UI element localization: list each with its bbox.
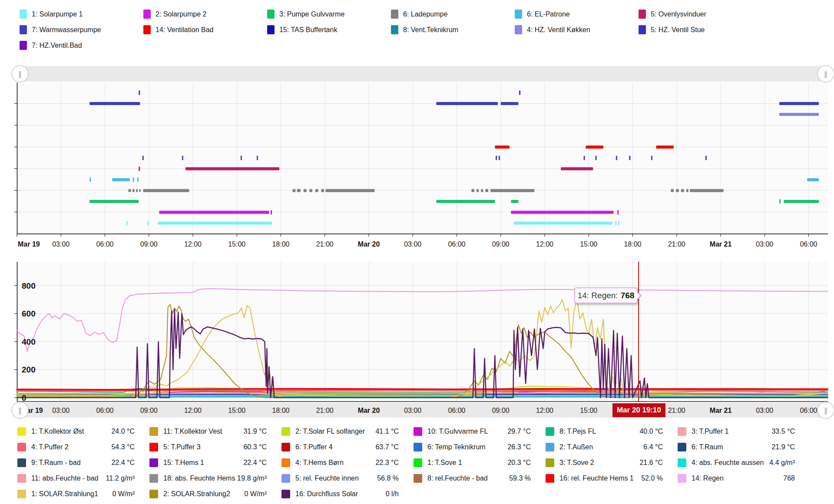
t-puffer-3-swatch <box>149 443 158 451</box>
timeline-plot[interactable]: Mar 1903:0006:0009:0012:0015:0018:0021:0… <box>0 65 834 256</box>
legend-label: 15: T.Hems 1 <box>163 458 204 467</box>
legend-value: 26.3 °C <box>507 443 531 451</box>
legend-item-temp-teknikrum[interactable]: 6: Temp Teknikrum26.3 °C <box>414 443 531 451</box>
legend-item-regen[interactable]: 14: Regen768 <box>678 474 795 483</box>
navigator-handle-right[interactable]: ∥ <box>817 66 834 82</box>
solarpumpe-1-swatch <box>20 10 27 19</box>
t-sove-1-swatch <box>414 458 422 467</box>
axis-label: 21:00 <box>316 240 334 248</box>
legend-item-t-kollektor-ost[interactable]: 1: T.Kollektor Øst24.0 °C <box>17 427 135 436</box>
legend-item-t-gulvvarme-fl[interactable]: 10: T.Gulvvarme FL29.7 °C <box>414 427 531 436</box>
t-puffer-1-swatch <box>678 427 686 436</box>
legend-item-abs-feuchte-aussen[interactable]: 4: abs. Feuchte aussen4.4 g/m³ <box>678 458 795 467</box>
legend-item-t-solar-fl-solfanger[interactable]: 2: T.Solar FL solfanger41.1 °C <box>281 427 399 436</box>
legend-label: 2: SOLAR.Strahlung2 <box>163 490 230 498</box>
solar-strahlung-2-swatch <box>149 490 158 498</box>
legend-item-t-hems-born[interactable]: 4: T.Hems Børn22.3 °C <box>281 458 399 467</box>
line-navigator[interactable] <box>17 403 828 418</box>
legend-value: 11.2 g/m³ <box>106 474 135 483</box>
legend-value: 6.4 °C <box>643 443 663 451</box>
navigator-handle-left[interactable]: ∥ <box>12 402 28 418</box>
legend-value: 41.1 °C <box>375 427 399 436</box>
legend-item-t-pejs-fl[interactable]: 8: T.Pejs FL40.0 °C <box>546 427 663 436</box>
legend-item-abs-feuchte-bad[interactable]: 11: abs.Feuchte - bad11.2 g/m³ <box>17 474 135 483</box>
legend-value: 0 W/m² <box>244 490 267 498</box>
legend-item-t-puffer-3[interactable]: 5: T.Puffer 360.3 °C <box>149 443 267 451</box>
legend-value: 768 <box>783 474 795 483</box>
temp-teknikrum-swatch <box>414 443 422 451</box>
legend-value: 40.0 °C <box>639 427 663 436</box>
svg-text:∥: ∥ <box>18 407 22 415</box>
legend-item-durchfluss-solar[interactable]: 16: Durchfluss Solar0 l/h <box>281 490 399 498</box>
axis-label: 09:00 <box>492 240 510 248</box>
monitoring-dashboard: 1: Solarpumpe 12: Solarpumpe 23: Pumpe G… <box>0 0 834 504</box>
axis-label: 06:00 <box>800 240 817 248</box>
legend-item-rel-feuchte-innen[interactable]: 5: rel. Feuchte innen56.8 % <box>281 474 399 483</box>
legend-label: 6: Ladepumpe <box>403 10 447 19</box>
legend-item-t-puffer-2[interactable]: 4: T.Puffer 254.3 °C <box>17 443 135 451</box>
hz-ventil-stue-swatch <box>639 25 646 34</box>
tooltip: 14: Regen: 768 <box>574 287 638 303</box>
axis-label: Mar 20 <box>358 240 380 248</box>
legend-label: 2: Solarpumpe 2 <box>156 10 206 19</box>
svg-text:∥: ∥ <box>824 407 827 415</box>
legend-label: 8: rel.Feuchte - bad <box>427 474 488 483</box>
navigator-handle-left[interactable]: ∥ <box>12 66 28 82</box>
legend-item-t-raum[interactable]: 6: T.Raum21.9 °C <box>678 443 795 451</box>
legend-item-abs-feuchte-hems-1[interactable]: 18: abs. Feuchte Hems 19.8 g/m³ <box>149 474 267 483</box>
legend-value: 0 l/h <box>386 490 399 498</box>
hz-ventil-kokken-swatch <box>515 25 522 34</box>
axis-label: 09:00 <box>140 407 158 414</box>
legend-label: 14: Ventilation Bad <box>156 25 213 34</box>
axis-label: 03:00 <box>404 407 421 414</box>
legend-label: 18: abs. Feuchte Hems 1 <box>163 474 241 483</box>
legend-item-t-puffer-4[interactable]: 6: T.Puffer 463.7 °C <box>281 443 399 451</box>
legend-label: 4: abs. Feuchte aussen <box>692 458 764 467</box>
rel-feuchte-hems-1-swatch <box>546 474 554 483</box>
axis-label: 12:00 <box>184 240 202 248</box>
timeline-navigator[interactable] <box>17 66 828 82</box>
axis-label: Mar 19 <box>18 240 40 248</box>
legend-value: 22.3 °C <box>375 458 399 467</box>
axis-label: 03:00 <box>52 407 70 414</box>
tooltip-value: 768 <box>621 291 635 300</box>
line-plot[interactable]: 0200400600800Mar 1903:0006:0009:0012:001… <box>0 258 834 432</box>
legend-item-solar-strahlung-1[interactable]: 1: SOLAR.Strahlung10 W/m² <box>17 490 135 498</box>
legend-label: 16: rel. Feuchte Hems 1 <box>559 474 634 483</box>
t-hems-born-swatch <box>281 458 290 467</box>
y-axis-label: 400 <box>22 337 36 346</box>
legend-item-t-puffer-1[interactable]: 3: T.Puffer 133.5 °C <box>678 427 795 436</box>
legend-item-t-hems-1[interactable]: 15: T.Hems 122.4 °C <box>149 458 267 467</box>
legend-label: 6: T.Raum <box>692 443 723 451</box>
legend-item-rel-feuchte-hems-1[interactable]: 16: rel. Feuchte Hems 152.0 % <box>546 474 663 483</box>
legend-label: 9: T.Raum - bad <box>31 458 81 467</box>
legend-item-solar-strahlung-2[interactable]: 2: SOLAR.Strahlung20 W/m² <box>149 490 267 498</box>
legend-label: 3: T.Sove 2 <box>559 458 594 467</box>
legend-item-rel-feuchte-bad[interactable]: 8: rel.Feuchte - bad59.3 % <box>414 474 531 483</box>
ventilation-bad-swatch <box>143 25 151 34</box>
tas-buffertank-swatch <box>267 25 275 34</box>
legend-label: 1: Solarpumpe 1 <box>32 10 83 19</box>
legend-item-t-raum-bad[interactable]: 9: T.Raum - bad22.4 °C <box>17 458 135 467</box>
legend-value: 56.8 % <box>377 474 399 483</box>
legend-label: 5: T.Puffer 3 <box>163 443 201 451</box>
axis-label: 12:00 <box>536 407 553 414</box>
legend-label: 1: T.Kollektor Øst <box>31 427 84 436</box>
axis-label: 03:00 <box>756 240 773 248</box>
navigator-handle-right[interactable]: ∥ <box>817 402 834 418</box>
legend-item-t-aussen[interactable]: 2: T.Außen6.4 °C <box>546 443 663 451</box>
legend-item-t-kollektor-vest[interactable]: 11: T.Kollektor Vest31.9 °C <box>149 427 267 436</box>
legend-item-t-sove-2[interactable]: 3: T.Sove 221.6 °C <box>546 458 663 467</box>
axis-label: 15:00 <box>228 407 245 414</box>
legend-label: 5: Ovenlysvinduer <box>651 10 706 19</box>
abs-feuchte-hems-1-swatch <box>149 474 158 483</box>
axis-label: 21:00 <box>316 407 334 414</box>
legend-item-t-sove-1[interactable]: 1: T.Sove 120.3 °C <box>414 458 531 467</box>
legend-label: 14: Regen <box>692 474 724 483</box>
t-gulvvarme-fl-swatch <box>414 427 422 436</box>
legend-label: 4: T.Hems Børn <box>295 458 344 467</box>
svg-text:∥: ∥ <box>18 70 22 78</box>
legend-value: 29.7 °C <box>507 427 531 436</box>
legend-label: 2: T.Außen <box>559 443 593 451</box>
y-axis-label: 800 <box>22 281 36 290</box>
